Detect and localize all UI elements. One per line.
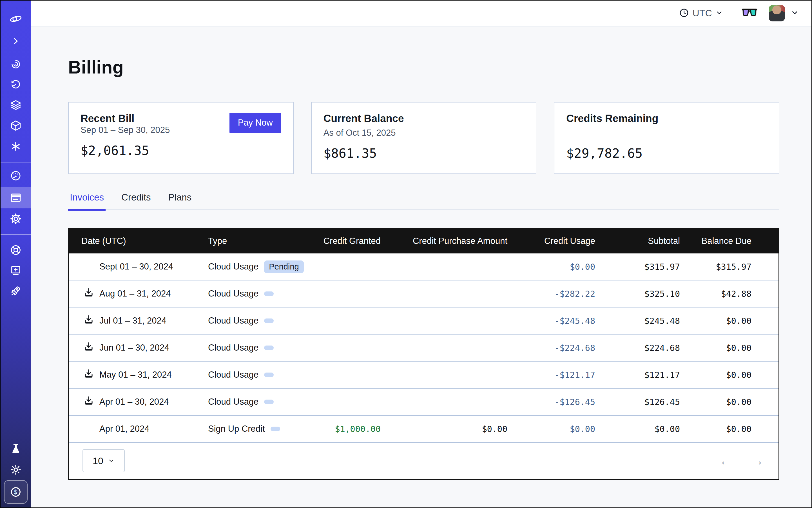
- table-body: Sept 01 – 30, 2024 Cloud Usage Pending $…: [69, 253, 778, 443]
- dollar-badge-icon[interactable]: $: [1, 481, 31, 503]
- rocket-icon[interactable]: [1, 280, 31, 302]
- status-badge: [264, 373, 274, 377]
- chevron-down-icon[interactable]: [790, 8, 799, 18]
- sidebar-divider: [1, 234, 31, 235]
- credit-usage-value: -$282.22: [510, 289, 598, 299]
- next-page-arrow-icon[interactable]: →: [751, 454, 764, 467]
- current-balance-card: Current Balance As of Oct 15, 2025 $861.…: [311, 102, 537, 174]
- subtotal-value: $0.00: [598, 424, 683, 434]
- invoice-type: Sign Up Credit: [208, 424, 265, 434]
- svg-text:$: $: [14, 489, 17, 495]
- layers-icon[interactable]: [1, 94, 31, 116]
- dollar-badge-box: $: [4, 480, 28, 504]
- credit-usage-value: -$121.17: [510, 370, 598, 380]
- download-invoice-icon[interactable]: [83, 287, 94, 300]
- sidebar-divider: [1, 162, 31, 163]
- tab-credits[interactable]: Credits: [120, 192, 153, 211]
- clock-icon: [679, 8, 689, 19]
- balance-due-value: $0.00: [683, 343, 778, 353]
- col-credit-usage: Credit Usage: [510, 236, 598, 246]
- subtotal-value: $315.97: [598, 262, 683, 272]
- status-badge: [264, 291, 274, 296]
- card-title: Credits Remaining: [566, 113, 767, 124]
- card-subtitle: [566, 128, 767, 138]
- planet-logo-icon[interactable]: [1, 8, 31, 30]
- card-title: Recent Bill: [81, 113, 134, 124]
- gear-icon[interactable]: [1, 208, 31, 229]
- galaxy-icon[interactable]: [1, 53, 31, 75]
- balance-due-value: $0.00: [683, 397, 778, 407]
- cube-icon[interactable]: [1, 115, 31, 136]
- user-avatar[interactable]: [769, 5, 785, 22]
- credit-usage-value: -$245.48: [510, 316, 598, 326]
- page-title: Billing: [68, 57, 779, 78]
- balance-due-value: $315.97: [683, 262, 778, 272]
- balance-due-value: $0.00: [683, 316, 778, 326]
- download-invoice-icon[interactable]: [83, 368, 94, 382]
- col-type: Type: [196, 236, 323, 246]
- sun-icon[interactable]: [1, 459, 31, 480]
- invoice-type: Cloud Usage: [208, 397, 258, 407]
- asterisk-icon[interactable]: [1, 136, 31, 157]
- timer-icon[interactable]: [1, 74, 31, 95]
- timezone-selector[interactable]: UTC: [679, 8, 723, 19]
- balance-due-value: $0.00: [683, 424, 778, 434]
- status-badge: [264, 319, 274, 323]
- invoice-type: Cloud Usage: [208, 343, 258, 353]
- credit-usage-value: $0.00: [510, 424, 598, 434]
- subtotal-value: $325.10: [598, 289, 683, 299]
- pay-now-button[interactable]: Pay Now: [229, 113, 281, 133]
- invoice-date: Apr 01, 2024: [99, 424, 149, 434]
- gauge-icon[interactable]: [1, 165, 31, 186]
- flask-icon[interactable]: [1, 438, 31, 460]
- invoice-type: Cloud Usage: [208, 289, 258, 299]
- col-credit-purchase-amount: Credit Purchase Amount: [383, 236, 510, 246]
- invoice-date: Jul 01 – 31, 2024: [99, 316, 166, 326]
- subtotal-value: $126.45: [598, 397, 683, 407]
- status-badge: [264, 399, 274, 404]
- invoice-date: Sept 01 – 30, 2024: [99, 262, 173, 272]
- tab-invoices[interactable]: Invoices: [68, 192, 105, 211]
- credit-usage-value: $0.00: [510, 262, 598, 272]
- recent-bill-amount: $2,061.35: [81, 143, 281, 158]
- 3d-glasses-icon[interactable]: [741, 8, 757, 18]
- status-badge: [264, 345, 274, 350]
- status-badge: Pending: [264, 260, 303, 273]
- credit-usage-value: -$224.68: [510, 343, 598, 353]
- credit-granted-value: $1,000.00: [323, 424, 383, 434]
- page-size-select[interactable]: 10: [83, 449, 125, 472]
- tab-plans[interactable]: Plans: [167, 192, 194, 211]
- chevron-right-icon[interactable]: [1, 31, 31, 52]
- recent-bill-card: Recent Bill Pay Now Sep 01 – Sep 30, 202…: [68, 102, 294, 174]
- credit-usage-value: -$126.45: [510, 397, 598, 407]
- balance-due-value: $42.88: [683, 289, 778, 299]
- col-credit-granted: Credit Granted: [323, 236, 383, 246]
- current-balance-amount: $861.35: [324, 146, 524, 161]
- invoice-date: May 01 – 31, 2024: [99, 370, 172, 380]
- subtotal-value: $224.68: [598, 343, 683, 353]
- credits-remaining-card: Credits Remaining $29,782.65: [554, 102, 779, 174]
- sidebar: $: [1, 1, 31, 507]
- download-invoice-icon[interactable]: [83, 395, 94, 409]
- billing-tabs: Invoices Credits Plans: [68, 192, 779, 210]
- table-row: Apr 01 – 30, 2024 Cloud Usage -$126.45 $…: [69, 389, 778, 416]
- invoice-type: Cloud Usage: [208, 370, 258, 380]
- download-invoice-icon[interactable]: [83, 314, 94, 328]
- col-subtotal: Subtotal: [598, 236, 683, 246]
- status-badge: [270, 427, 280, 431]
- pagination: 10 ← →: [69, 443, 778, 479]
- prev-page-arrow-icon[interactable]: ←: [719, 454, 732, 467]
- book-plus-icon[interactable]: [1, 260, 31, 281]
- table-row: Jun 01 – 30, 2024 Cloud Usage -$224.68 $…: [69, 335, 778, 362]
- page-size-value: 10: [93, 455, 103, 466]
- download-invoice-icon[interactable]: [83, 341, 94, 354]
- main-content: Billing Recent Bill Pay Now Sep 01 – Sep…: [31, 27, 811, 507]
- summary-cards: Recent Bill Pay Now Sep 01 – Sep 30, 202…: [68, 102, 779, 174]
- subtotal-value: $121.17: [598, 370, 683, 380]
- table-header: Date (UTC) Type Credit Granted Credit Pu…: [69, 229, 778, 253]
- col-date: Date (UTC): [69, 236, 196, 246]
- credit-card-icon[interactable]: [1, 187, 31, 208]
- table-row: Aug 01 – 31, 2024 Cloud Usage -$282.22 $…: [69, 281, 778, 307]
- life-buoy-icon[interactable]: [1, 239, 31, 261]
- subtotal-value: $245.48: [598, 316, 683, 326]
